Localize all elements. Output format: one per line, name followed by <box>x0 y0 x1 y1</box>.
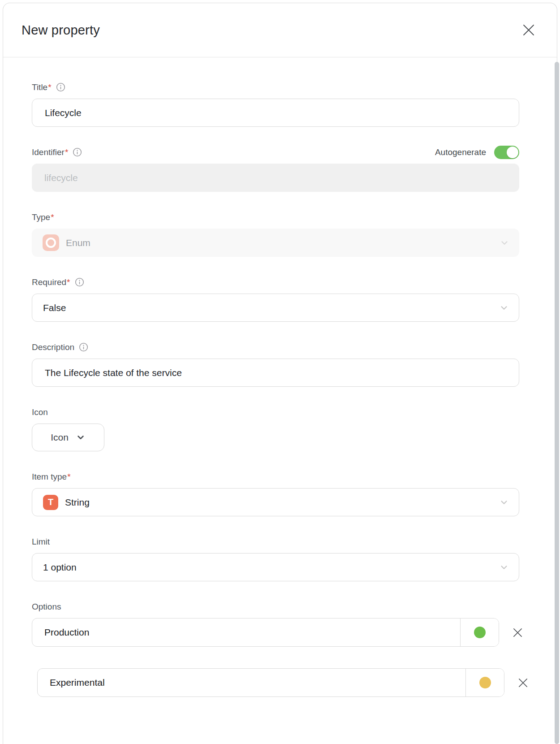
chevron-down-icon <box>500 238 509 248</box>
field-required: Required* False <box>32 277 557 322</box>
option-input[interactable] <box>38 669 465 696</box>
description-label: Description <box>32 342 74 352</box>
chevron-down-icon <box>499 497 509 507</box>
item-type-label-row: Item type* <box>32 471 557 482</box>
required-label-row: Required* <box>32 277 557 288</box>
toggle-knob <box>507 147 518 158</box>
required-asterisk: * <box>48 82 51 92</box>
field-identifier: Identifier* Autogenerate <box>32 147 557 192</box>
option-color-dot <box>474 627 486 638</box>
string-letter-icon: T <box>43 495 58 510</box>
enum-circle-icon <box>43 234 59 251</box>
remove-option-button[interactable] <box>516 676 530 690</box>
option-color-swatch[interactable] <box>466 669 504 696</box>
item-type-select-value: String <box>65 497 90 508</box>
item-type-label: Item type* <box>32 472 71 482</box>
option-row <box>32 618 557 647</box>
field-icon: Icon Icon <box>32 407 557 451</box>
limit-label-row: Limit <box>32 536 557 547</box>
field-type: Type* Enum <box>32 212 557 257</box>
autogenerate-label: Autogenerate <box>435 147 486 157</box>
option-input[interactable] <box>32 619 460 646</box>
identifier-label-row: Identifier* Autogenerate <box>32 147 519 158</box>
options-label: Options <box>32 602 61 612</box>
modal-header: New property <box>3 3 557 57</box>
info-icon[interactable] <box>79 342 88 352</box>
field-description: Description <box>32 342 557 387</box>
info-icon[interactable] <box>56 82 65 92</box>
x-icon <box>523 24 534 36</box>
info-icon[interactable] <box>75 277 84 287</box>
type-select-value: Enum <box>66 238 90 248</box>
x-icon <box>518 678 528 688</box>
option-row <box>37 668 557 697</box>
required-select[interactable]: False <box>32 294 519 322</box>
remove-option-button[interactable] <box>511 626 525 640</box>
option-input-box <box>32 618 499 647</box>
required-asterisk: * <box>51 212 54 222</box>
required-select-value: False <box>43 303 66 313</box>
description-input[interactable] <box>32 359 519 387</box>
title-label-row: Title* <box>32 82 557 93</box>
field-options: Options <box>32 601 557 697</box>
identifier-input <box>32 164 519 192</box>
title-input[interactable] <box>32 99 519 127</box>
required-asterisk: * <box>67 277 70 287</box>
icon-picker-button[interactable]: Icon <box>32 424 104 451</box>
type-label-row: Type* <box>32 212 557 223</box>
limit-label: Limit <box>32 537 50 547</box>
option-color-swatch[interactable] <box>461 619 499 646</box>
icon-picker-value: Icon <box>51 432 69 443</box>
limit-select[interactable]: 1 option <box>32 553 519 581</box>
x-icon <box>513 627 523 638</box>
scrollbar-thumb[interactable] <box>555 62 559 744</box>
type-select: Enum <box>32 229 519 257</box>
autogenerate-toggle[interactable] <box>494 146 519 159</box>
description-label-row: Description <box>32 342 557 353</box>
modal-title: New property <box>22 23 100 38</box>
option-color-dot <box>479 677 491 688</box>
icon-label: Icon <box>32 407 48 417</box>
new-property-modal: New property Title* Identifier* <box>3 3 557 744</box>
options-label-row: Options <box>32 601 557 612</box>
required-label: Required* <box>32 277 70 287</box>
close-button[interactable] <box>521 22 536 38</box>
icon-label-row: Icon <box>32 407 557 418</box>
field-title: Title* <box>32 82 557 127</box>
item-type-select[interactable]: T String <box>32 488 519 516</box>
limit-select-value: 1 option <box>43 562 77 573</box>
option-input-box <box>37 668 504 697</box>
chevron-down-icon <box>499 562 509 572</box>
field-item-type: Item type* T String <box>32 471 557 516</box>
required-asterisk: * <box>67 472 70 481</box>
field-limit: Limit 1 option <box>32 536 557 581</box>
required-asterisk: * <box>65 147 68 157</box>
type-label: Type* <box>32 212 54 222</box>
modal-body: Title* Identifier* Autogenerate <box>3 82 557 697</box>
title-label: Title* <box>32 82 52 92</box>
chevron-down-icon <box>499 303 509 313</box>
info-icon[interactable] <box>73 147 82 157</box>
chevron-down-icon <box>76 433 86 442</box>
identifier-label: Identifier* <box>32 147 68 157</box>
